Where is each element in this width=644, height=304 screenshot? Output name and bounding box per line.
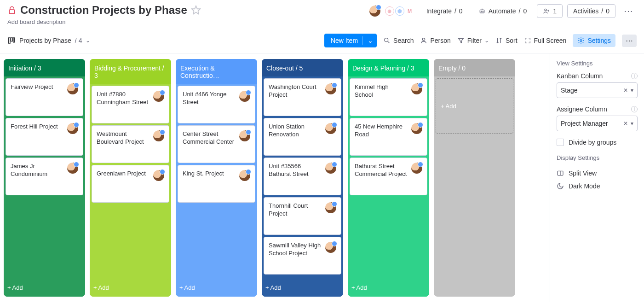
kanban-card[interactable]: Unit #466 Yonge Street [178,86,255,123]
column-header[interactable]: Close-out / 5 [262,59,343,76]
kanban-card[interactable]: Kimmel High School [350,78,427,116]
column-header[interactable]: Initiation / 3 [4,59,85,76]
assignee-avatar[interactable] [239,170,250,181]
assignee-avatar[interactable] [239,91,250,102]
assignee-avatar[interactable] [325,123,336,134]
clear-icon[interactable]: ✕ [623,87,628,94]
card-title: Bathurst Street Commercial Project [355,163,408,190]
app-integrations: ⊕ ⬢ M [385,6,414,16]
kanban-card[interactable]: Unit #35566 Bathurst Street [264,158,341,195]
toolbar-menu-icon[interactable]: ⋯ [622,35,637,47]
person-icon [420,37,427,44]
assignee-avatar[interactable] [411,123,422,134]
kanban-card[interactable]: Forest Hill Project [6,118,83,156]
info-icon[interactable]: i [631,73,638,79]
board-description[interactable]: Add board description [7,18,201,25]
chevron-down-icon[interactable]: ⌄ [368,37,373,44]
card-title: King St. Project [183,170,224,198]
settings-button[interactable]: Settings [573,34,615,47]
integrate-button[interactable]: Integrate / 0 [421,5,468,18]
chevron-down-icon: ⌄ [484,37,489,44]
add-card-button[interactable]: + Add [90,280,171,297]
assignee-avatar[interactable] [153,170,164,181]
add-card-button[interactable]: + Add [176,280,257,297]
label: Integrate [426,7,452,15]
star-icon[interactable] [191,5,201,15]
kanban-card[interactable]: Thornhill Court Project [264,197,341,235]
add-card-button[interactable]: + Add [348,280,429,297]
svg-point-9 [385,38,388,42]
card-title: Westmount Boulevard Project [97,130,150,158]
invite-button[interactable]: 1 [537,4,563,18]
view-selector[interactable]: Projects by Phase / 4 ⌄ [7,36,90,45]
new-item-button[interactable]: New Item ⌄ [324,34,377,47]
search-button[interactable]: Search [383,37,414,44]
column-header[interactable]: Design & Planning / 3 [348,59,429,76]
kanban-card[interactable]: King St. Project [178,165,255,203]
kanban-column-select[interactable]: Stage ✕▾ [557,82,638,98]
label: Activities [573,7,598,15]
kanban-card[interactable]: Fairview Project [6,78,83,116]
kanban-card[interactable]: Westmount Boulevard Project [92,125,169,163]
assignee-avatar[interactable] [325,83,336,94]
svg-marker-1 [192,6,200,14]
kanban-card[interactable]: Unit #7880 Cunningham Street [92,86,169,123]
assignee-avatar[interactable] [67,83,78,94]
filter-button[interactable]: Filter ⌄ [457,37,489,44]
chevron-down-icon[interactable]: ▾ [631,87,633,94]
kanban-card[interactable]: Washington Court Project [264,78,341,116]
add-card-button[interactable]: + Add [4,280,85,297]
section-title: Display Settings [557,154,638,161]
card-title: Center Street Commercial Center [183,130,236,158]
kanban-column: Execution & Constructio…Unit #466 Yonge … [176,59,257,297]
kanban-card[interactable]: James Jr Condominium [6,158,83,195]
assignee-avatar[interactable] [153,91,164,102]
integration-icon: ⊕ [385,6,394,16]
info-icon[interactable]: i [631,106,638,112]
assignee-avatar[interactable] [411,83,422,94]
kanban-column: Initiation / 3Fairview ProjectForest Hil… [4,59,85,297]
activities-button[interactable]: Activities / 0 [567,4,615,18]
fullscreen-button[interactable]: Full Screen [524,37,567,44]
assignee-column-select[interactable]: Project Manager ✕▾ [557,116,638,131]
assignee-avatar[interactable] [325,163,336,174]
assignee-avatar[interactable] [239,130,250,141]
filter-icon [457,37,465,44]
clear-icon[interactable]: ✕ [623,120,628,127]
kanban-card[interactable]: Bathurst Street Commercial Project [350,158,427,195]
add-card-button[interactable]: + Add [436,78,513,134]
assignee-avatar[interactable] [67,163,78,174]
kanban-card[interactable]: 45 New Hemphire Road [350,118,427,156]
split-view-option[interactable]: Split View [557,167,638,180]
kanban-card[interactable]: Center Street Commercial Center [178,125,255,163]
svg-rect-0 [9,10,15,13]
label: Automate [489,7,516,15]
assignee-avatar[interactable] [153,130,164,141]
kanban-card[interactable]: Sawmill Valley High School Project [264,237,341,275]
invite-icon [543,7,550,15]
column-header[interactable]: Bidding & Procurement / 3 [90,59,171,84]
person-filter[interactable]: Person [420,37,450,44]
board-title[interactable]: Construction Projects by Phase [20,4,187,17]
kanban-card[interactable]: Union Station Renovation [264,118,341,156]
assignee-avatar[interactable] [325,242,336,253]
add-card-button[interactable]: + Add [262,280,343,297]
robot-icon [478,7,486,15]
automate-button[interactable]: Automate / 0 [473,5,533,18]
column-header[interactable]: Empty / 0 [434,59,515,76]
assignee-avatar[interactable] [411,163,422,174]
kanban-card[interactable]: Greenlawn Project [92,165,169,203]
checkbox-icon [557,139,564,146]
svg-rect-6 [8,38,10,43]
divide-by-groups-checkbox[interactable]: Divide by groups [557,139,638,146]
column-header[interactable]: Execution & Constructio… [176,59,257,84]
assignee-avatar[interactable] [325,202,336,213]
chevron-down-icon[interactable]: ▾ [631,120,633,127]
card-title: Unit #35566 Bathurst Street [269,163,322,190]
board-menu-icon[interactable]: ⋯ [620,4,637,18]
assignee-avatar[interactable] [67,123,78,134]
sort-button[interactable]: Sort [495,37,518,44]
dark-mode-option[interactable]: Dark Mode [557,180,638,193]
board-members[interactable] [369,6,380,17]
view-settings-panel: View Settings Kanban Column i Stage ✕▾ A… [550,53,644,302]
